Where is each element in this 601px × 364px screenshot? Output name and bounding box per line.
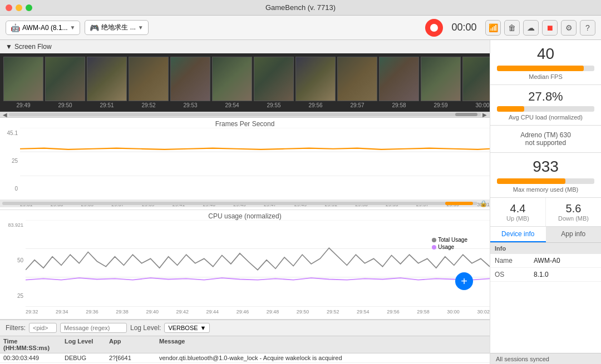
thumb-container-11[interactable]: 30:00 <box>462 57 490 108</box>
upload-button[interactable]: ☁ <box>523 20 539 36</box>
network-row: 4.4 Up (MB) 5.6 Down (MB) <box>490 198 601 227</box>
cpu-x-2: 29:36 <box>86 309 98 315</box>
record-button[interactable] <box>425 19 443 37</box>
thumb-container-8[interactable]: 29:57 <box>337 57 377 108</box>
cpu-chart-svg <box>26 220 490 307</box>
gpu-card: Adreno (TM) 630 not supported <box>490 126 601 153</box>
thumbnail-7 <box>295 57 336 101</box>
thumb-container-9[interactable]: 29:58 <box>379 57 419 108</box>
legend-usage-dot <box>432 245 436 250</box>
right-tabs: Device info App info <box>490 227 601 243</box>
log-level-label: Log Level: <box>130 324 161 332</box>
cpu-x-1: 29:34 <box>56 309 68 315</box>
legend-usage-label: Usage <box>438 244 454 250</box>
avg-cpu-bar-fill <box>497 106 524 112</box>
thumbnail-8 <box>337 57 377 101</box>
wifi-button[interactable]: 📶 <box>485 20 501 36</box>
log-col-msg-header: Message <box>159 338 486 351</box>
thumb-label-10: 29:59 <box>433 102 447 108</box>
screen-flow-header[interactable]: ▼ Screen Flow <box>0 40 490 53</box>
help-button[interactable]: ? <box>580 20 595 36</box>
log-section: Time (HH:MM:SS:ms) Log Level App Message… <box>0 336 490 364</box>
close-button[interactable] <box>6 4 12 11</box>
thumb-container-10[interactable]: 29:59 <box>421 57 461 108</box>
log-time-0: 00:30:03:449 <box>3 355 59 361</box>
thumb-label-5: 29:54 <box>225 102 239 108</box>
fps-chart-title: Frames Per Second <box>0 118 490 128</box>
minimize-button[interactable] <box>16 4 22 11</box>
thumb-label-0: 29:49 <box>16 102 30 108</box>
device-label: AWM-A0 (8.1... <box>22 24 68 32</box>
thumb-container-7[interactable]: 29:56 <box>295 57 336 108</box>
device-info-content: Info Name AWM-A0 OS 8.1.0 <box>490 243 601 353</box>
network-up-card: 4.4 Up (MB) <box>490 198 546 226</box>
legend-total-dot <box>432 238 436 242</box>
cpu-x-9: 29:50 <box>297 309 309 315</box>
thumb-label-7: 29:56 <box>308 102 322 108</box>
log-body: 00:30:03:449 DEBUG 2?[6641 vendor.qti.bl… <box>0 353 490 363</box>
add-metric-button[interactable]: + <box>455 272 473 290</box>
main-area: ▼ Screen Flow 29:4929:5029:5129:5229:532… <box>0 40 601 364</box>
thumb-container-3[interactable]: 29:52 <box>129 57 169 108</box>
maximize-button[interactable] <box>26 4 32 11</box>
thumb-container-5[interactable]: 29:54 <box>212 57 252 108</box>
message-filter-input[interactable] <box>60 323 127 333</box>
stop-button[interactable]: ⏹ <box>542 20 558 36</box>
fps-chart-container: Frames Per Second 45.1 25 0 <box>0 118 490 210</box>
log-row[interactable]: 00:30:03:449 DEBUG 2?[6641 vendor.qti.bl… <box>0 353 490 363</box>
thumb-container-0[interactable]: 29:49 <box>3 57 43 108</box>
pid-filter-input[interactable] <box>29 323 57 333</box>
screen-flow-section: ▼ Screen Flow 29:4929:5029:5129:5229:532… <box>0 40 490 118</box>
thumb-label-4: 29:53 <box>183 102 197 108</box>
fps-x-15: 30:01 <box>477 202 490 207</box>
median-fps-bar-track <box>497 66 594 71</box>
thumb-container-6[interactable]: 29:55 <box>254 57 294 108</box>
fps-scrollbar-track[interactable] <box>2 202 477 205</box>
max-memory-label: Max memory used (MB) <box>497 186 594 193</box>
cpu-chart-title: CPU usage (normalized) <box>0 210 490 220</box>
scroll-right-icon[interactable]: ▶ <box>481 112 489 118</box>
left-panel: ▼ Screen Flow 29:4929:5029:5129:5229:532… <box>0 40 490 364</box>
thumb-label-11: 30:00 <box>475 102 489 108</box>
fps-y-max: 45.1 <box>2 130 18 136</box>
device-dropdown[interactable]: 🤖 AWM-A0 (8.1... ▼ <box>6 21 80 35</box>
device-dropdown-arrow: ▼ <box>70 24 76 31</box>
tab-app-info[interactable]: App info <box>546 227 602 242</box>
cpu-x-11: 29:54 <box>357 309 370 315</box>
thumbnail-5 <box>212 57 252 101</box>
cpu-x-13: 29:58 <box>417 309 430 315</box>
trash-icon: 🗑 <box>508 23 516 32</box>
trash-button[interactable]: 🗑 <box>504 20 520 36</box>
network-up-label: Up (MB) <box>494 215 542 222</box>
thumb-container-2[interactable]: 29:51 <box>87 57 127 108</box>
thumb-label-6: 29:55 <box>267 102 280 108</box>
cpu-x-10: 29:52 <box>327 309 339 315</box>
log-level-value: VERBOSE <box>168 325 198 331</box>
settings-button[interactable]: ⚙ <box>561 20 577 36</box>
game-dropdown[interactable]: 🎮 绝地求生 ... ▼ <box>85 20 148 35</box>
thumb-label-9: 29:58 <box>392 102 406 108</box>
legend-usage: Usage <box>432 244 467 250</box>
help-icon: ? <box>585 23 590 32</box>
toolbar-right-icons: 📶 🗑 ☁ ⏹ ⚙ ? <box>485 20 595 36</box>
max-memory-card: 933 Max memory used (MB) <box>490 153 601 198</box>
thumb-container-4[interactable]: 29:53 <box>170 57 210 108</box>
thumb-container-1[interactable]: 29:50 <box>45 57 85 108</box>
traffic-lights <box>6 4 32 11</box>
filters-row: Filters: Log Level: VERBOSE ▼ <box>0 320 490 336</box>
cpu-y-mid: 50 <box>2 257 23 263</box>
screen-flow-thumbnails[interactable]: 29:4929:5029:5129:5229:5329:5429:5529:56… <box>0 53 490 112</box>
log-level-dropdown[interactable]: VERBOSE ▼ <box>164 323 210 333</box>
cpu-x-3: 29:38 <box>116 309 129 315</box>
network-up-value: 4.4 <box>494 202 542 215</box>
tab-device-info[interactable]: Device info <box>490 227 546 242</box>
log-col-level-header: Log Level <box>65 338 104 351</box>
scroll-left-icon[interactable]: ◀ <box>1 112 9 118</box>
screen-flow-scrollbar[interactable]: ◀ ▶ <box>0 112 490 117</box>
scrollbar-track[interactable] <box>9 113 481 116</box>
window-title: GameBench (v. 7713) <box>265 3 336 12</box>
toolbar: 🤖 AWM-A0 (8.1... ▼ 🎮 绝地求生 ... ▼ 00:00 📶 … <box>0 16 601 40</box>
thumbnail-6 <box>254 57 294 101</box>
median-fps-value: 40 <box>497 44 594 63</box>
log-header: Time (HH:MM:SS:ms) Log Level App Message <box>0 336 490 353</box>
